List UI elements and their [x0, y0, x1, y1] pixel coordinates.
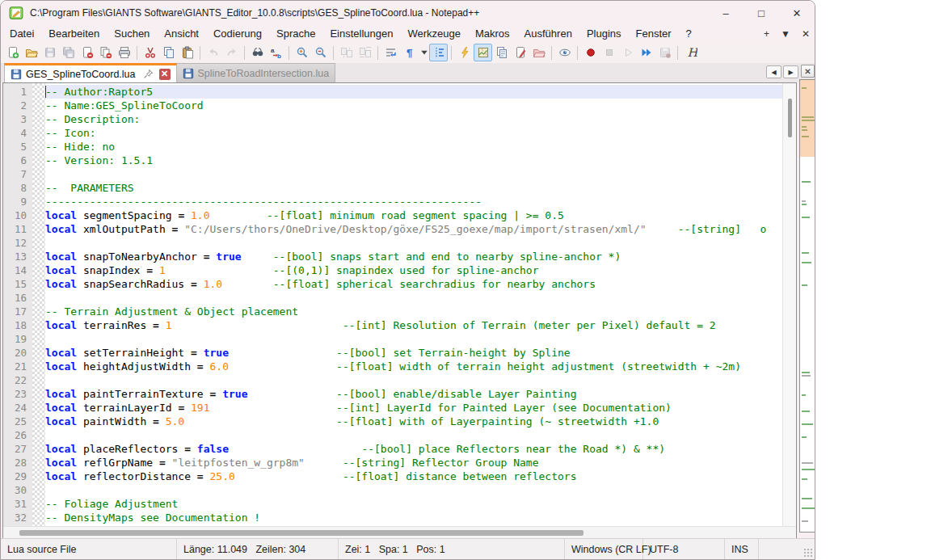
- undo-button[interactable]: [204, 44, 222, 61]
- menu-item-8[interactable]: Makros: [468, 26, 517, 41]
- line-number[interactable]: 6: [3, 154, 32, 167]
- line-number[interactable]: 7: [3, 167, 32, 181]
- folder-as-workspace-button[interactable]: [529, 44, 548, 61]
- find-button[interactable]: [248, 44, 267, 61]
- menu-item-10[interactable]: Plugins: [579, 26, 629, 41]
- show-all-chars-button[interactable]: ¶: [400, 44, 419, 61]
- code-line[interactable]: local paintWidth = 5.0 --[float] with of…: [45, 415, 782, 428]
- macro-record-button[interactable]: [581, 44, 600, 61]
- status-length-lines[interactable]: Länge: 11.049 Zeilen: 304: [177, 539, 339, 559]
- code-line[interactable]: -- PARAMETERS: [45, 181, 782, 195]
- line-number[interactable]: 15: [3, 277, 32, 291]
- code-line[interactable]: local snapSearchRadius = 1.0 --[float] s…: [45, 277, 782, 291]
- zoom-in-button[interactable]: [293, 44, 311, 61]
- project-panel-button[interactable]: [511, 44, 529, 61]
- zoom-out-button[interactable]: [311, 44, 330, 61]
- line-number[interactable]: 14: [3, 263, 32, 277]
- status-cursor[interactable]: Zei: 1 Spa: 1 Pos: 1: [339, 539, 565, 559]
- line-number[interactable]: 24: [3, 401, 32, 415]
- document-map-close-button[interactable]: ✕: [801, 65, 815, 78]
- code-line[interactable]: [45, 167, 782, 181]
- close-file-button[interactable]: [78, 44, 96, 61]
- line-number[interactable]: 28: [3, 456, 32, 469]
- save-file-button[interactable]: [40, 44, 59, 61]
- code-line[interactable]: local placeReflectors = false --[bool] p…: [45, 442, 782, 456]
- line-number[interactable]: 17: [3, 305, 32, 318]
- indent-guide-button[interactable]: [429, 44, 448, 61]
- sync-horizontal-button[interactable]: [356, 44, 374, 61]
- menu-plus-button[interactable]: +: [764, 28, 769, 40]
- code-line[interactable]: local xmlOutputPath = "C:/Users/thors/On…: [45, 222, 782, 236]
- minimize-button[interactable]: –: [708, 1, 744, 25]
- close-button[interactable]: ✕: [779, 1, 815, 25]
- monitoring-button[interactable]: [555, 44, 574, 61]
- tab-scroll-left-button[interactable]: ◀: [766, 65, 781, 78]
- line-number[interactable]: 12: [3, 236, 32, 250]
- code-line[interactable]: [45, 291, 782, 305]
- macro-save-button[interactable]: [655, 44, 674, 61]
- code-line[interactable]: -- Foliage Adjustment: [45, 497, 782, 511]
- line-number[interactable]: 13: [3, 250, 32, 263]
- menu-item-11[interactable]: Fenster: [629, 26, 679, 41]
- function-list-button[interactable]: [455, 44, 474, 61]
- code-line[interactable]: local segmentSpacing = 1.0 --[float] min…: [45, 208, 782, 222]
- line-number[interactable]: 11: [3, 222, 32, 236]
- cut-button[interactable]: [141, 44, 159, 61]
- line-number[interactable]: 1: [3, 85, 32, 99]
- menu-item-2[interactable]: Suchen: [107, 26, 157, 41]
- line-number[interactable]: 22: [3, 373, 32, 387]
- code-line[interactable]: -- Hide: no: [45, 140, 782, 154]
- line-number[interactable]: 31: [3, 497, 32, 511]
- menu-item-1[interactable]: Bearbeiten: [41, 26, 107, 41]
- line-number[interactable]: 25: [3, 415, 32, 428]
- line-number-margin[interactable]: 1234567891011121314151617181920212223242…: [3, 83, 32, 526]
- tab-close-button[interactable]: ✕: [159, 69, 171, 80]
- line-number[interactable]: 18: [3, 318, 32, 332]
- status-insert-mode[interactable]: INS: [725, 539, 759, 559]
- line-number[interactable]: 19: [3, 332, 32, 346]
- line-number[interactable]: 5: [3, 140, 32, 154]
- status-eol[interactable]: Windows (CR LF): [565, 539, 643, 559]
- line-number[interactable]: 30: [3, 483, 32, 497]
- tab-scroll-right-button[interactable]: ▶: [783, 65, 798, 78]
- pin-tab-icon[interactable]: [142, 68, 154, 80]
- code-line[interactable]: local reflectorDistance = 25.0 --[float]…: [45, 469, 782, 483]
- line-number[interactable]: 32: [3, 511, 32, 524]
- close-all-button[interactable]: [96, 44, 115, 61]
- code-line[interactable]: [45, 332, 782, 346]
- code-line[interactable]: [45, 428, 782, 442]
- status-resize-grip[interactable]: [759, 539, 815, 559]
- line-number[interactable]: 20: [3, 346, 32, 360]
- line-number[interactable]: 27: [3, 442, 32, 456]
- code-line[interactable]: local heightAdjustWidth = 6.0 --[float] …: [45, 360, 782, 373]
- status-doc-type[interactable]: Lua source File: [1, 539, 177, 559]
- horizontal-scrollbar-thumb[interactable]: [19, 530, 583, 536]
- macro-play-button[interactable]: [618, 44, 637, 61]
- word-wrap-button[interactable]: [381, 44, 400, 61]
- menu-item-6[interactable]: Einstellungen: [322, 26, 400, 41]
- code-line[interactable]: local terrainLayerId = 191 --[int] Layer…: [45, 401, 782, 415]
- code-line[interactable]: -- Terrain Adjustment & Object placement: [45, 305, 782, 318]
- line-number[interactable]: 2: [3, 99, 32, 112]
- code-area[interactable]: -- Author:Raptor5-- Name:GES_SplineToCoo…: [45, 83, 782, 526]
- sync-vertical-button[interactable]: [337, 44, 356, 61]
- line-number[interactable]: 3: [3, 112, 32, 126]
- print-button[interactable]: [115, 44, 133, 61]
- line-number[interactable]: 21: [3, 360, 32, 373]
- document-map-viewport[interactable]: [800, 80, 815, 157]
- menu-dropdown-button[interactable]: ▼: [781, 28, 790, 40]
- menu-item-5[interactable]: Sprache: [269, 26, 322, 41]
- code-line[interactable]: local reflGrpName = "leitpfosten_w_grp8m…: [45, 456, 782, 469]
- html-preview-button[interactable]: H: [681, 44, 700, 61]
- code-line[interactable]: -- Name:GES_SplineToCoord: [45, 99, 782, 112]
- line-number[interactable]: 9: [3, 195, 32, 208]
- code-line[interactable]: -- Description:: [45, 112, 782, 126]
- new-file-button[interactable]: [3, 44, 22, 61]
- document-map-button[interactable]: [474, 44, 492, 61]
- copy-button[interactable]: [159, 44, 178, 61]
- code-line[interactable]: -- Author:Raptor5: [45, 85, 782, 99]
- open-file-button[interactable]: [22, 44, 40, 61]
- menu-item-4[interactable]: Codierung: [206, 26, 269, 41]
- document-list-button[interactable]: [492, 44, 511, 61]
- vertical-scrollbar[interactable]: [782, 83, 796, 526]
